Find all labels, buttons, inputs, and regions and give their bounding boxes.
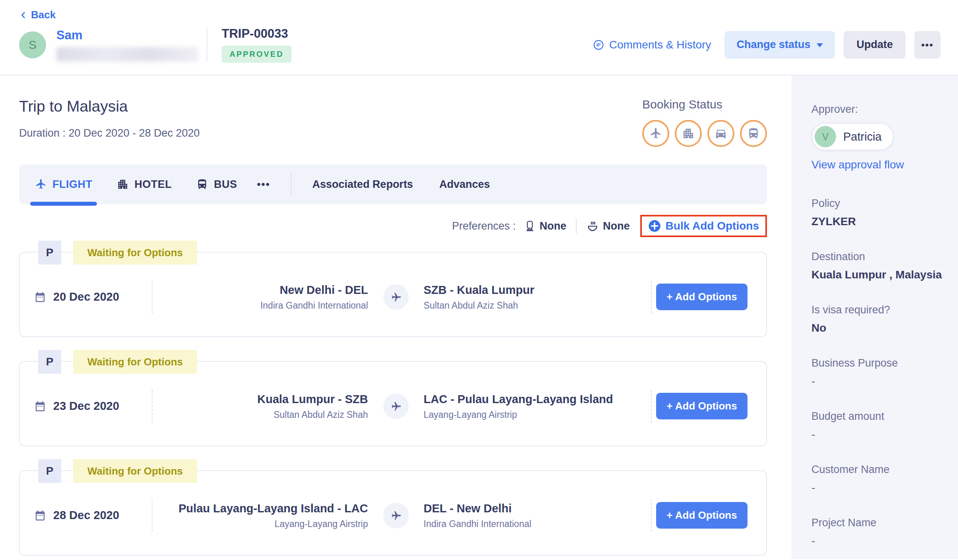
tab-advances[interactable]: Advances xyxy=(439,178,490,191)
chevron-left-icon xyxy=(19,11,28,19)
comment-icon xyxy=(593,39,605,51)
approver-label: Approver: xyxy=(811,103,946,116)
status-badge: Waiting for Options xyxy=(73,459,197,483)
bus-icon xyxy=(196,178,208,190)
status-badge: Waiting for Options xyxy=(73,350,197,374)
field-label: Project Name xyxy=(811,517,946,529)
add-options-button[interactable]: + Add Options xyxy=(656,393,747,419)
destination-airport: Sultan Abdul Aziz Shah xyxy=(424,300,639,311)
hotel-icon xyxy=(117,178,129,190)
destination-city: SZB - Kuala Lumpur xyxy=(424,283,639,297)
booking-hotel-status[interactable] xyxy=(675,120,702,147)
calendar-icon xyxy=(34,400,46,412)
user-name[interactable]: Sam xyxy=(56,28,204,42)
change-status-button[interactable]: Change status xyxy=(724,31,835,59)
plus-circle-icon xyxy=(648,220,661,232)
update-button[interactable]: Update xyxy=(844,31,906,59)
destination-block: DEL - New Delhi Indira Gandhi Internatio… xyxy=(409,501,651,529)
chevron-down-icon xyxy=(817,43,823,50)
user-email-redacted xyxy=(56,47,198,62)
trip-fields: Policy ZYLKER Destination Kuala Lumpur ,… xyxy=(811,197,946,560)
calendar-icon xyxy=(34,510,46,521)
origin-airport: Layang-Layang Airstrip xyxy=(153,519,368,529)
destination-city: DEL - New Delhi xyxy=(424,501,639,516)
destination-block: LAC - Pulau Layang-Layang Island Layang-… xyxy=(409,392,651,420)
origin-block: Kuala Lumpur - SZB Sultan Abdul Aziz Sha… xyxy=(153,392,383,420)
top-header: Back S Sam TRIP-00033 APPROVED Comments … xyxy=(0,0,958,75)
field-label: Policy xyxy=(811,197,946,210)
flight-direction-icon xyxy=(383,503,409,528)
car-icon xyxy=(715,127,727,140)
comments-history-link[interactable]: Comments & History xyxy=(593,39,711,51)
trip-duration: Duration : 20 Dec 2020 - 28 Dec 2020 xyxy=(19,127,200,139)
status-badge: Waiting for Options xyxy=(73,241,197,265)
field-value: - xyxy=(811,535,946,547)
bulk-add-options-button[interactable]: Bulk Add Options xyxy=(648,220,759,232)
field-label: Customer Name xyxy=(811,463,946,476)
tab-bus[interactable]: BUS xyxy=(196,164,237,204)
header-divider xyxy=(207,27,207,62)
travel-date: 28 Dec 2020 xyxy=(53,509,119,522)
trip-field: Project Name - xyxy=(811,517,946,547)
seat-preference-value: None xyxy=(540,220,567,232)
trip-details-sidebar: Approver: V Patricia View approval flow … xyxy=(792,75,958,559)
itinerary-card: P Waiting for Options 23 Dec 2020 Kuala … xyxy=(19,361,767,446)
tab-hotel[interactable]: HOTEL xyxy=(117,164,172,204)
origin-city: Kuala Lumpur - SZB xyxy=(153,392,368,406)
field-label: Budget amount xyxy=(811,410,946,423)
meal-icon xyxy=(586,220,599,232)
module-tabbar: FLIGHT HOTEL BUS ••• Associated Reports … xyxy=(19,164,767,204)
field-label: Business Purpose xyxy=(811,357,946,369)
approver-avatar: V xyxy=(815,126,836,147)
trip-id-block: TRIP-00033 APPROVED xyxy=(222,27,292,63)
tab-flight[interactable]: FLIGHT xyxy=(35,164,92,204)
itinerary-list: P Waiting for Options 20 Dec 2020 New De… xyxy=(19,252,767,556)
field-value: No xyxy=(811,322,946,334)
booking-flight-status[interactable] xyxy=(642,120,669,147)
booking-status-label: Booking Status xyxy=(642,98,767,111)
back-button[interactable]: Back xyxy=(19,9,56,21)
field-label: Destination xyxy=(811,251,946,263)
tab-divider xyxy=(291,172,292,197)
flight-icon xyxy=(35,178,47,190)
field-value: - xyxy=(811,428,946,441)
tab-associated-reports[interactable]: Associated Reports xyxy=(312,178,413,191)
origin-block: New Delhi - DEL Indira Gandhi Internatio… xyxy=(153,283,383,311)
booking-car-status[interactable] xyxy=(707,120,734,147)
seat-icon xyxy=(524,220,536,232)
booking-bus-status[interactable] xyxy=(740,120,767,147)
approver-pill[interactable]: V Patricia xyxy=(811,123,894,151)
destination-airport: Layang-Layang Airstrip xyxy=(424,409,639,420)
view-approval-flow-link[interactable]: View approval flow xyxy=(811,158,946,171)
itinerary-card: P Waiting for Options 28 Dec 2020 Pulau … xyxy=(19,470,767,556)
trip-field: Is visa required? No xyxy=(811,304,946,334)
field-value: - xyxy=(811,481,946,494)
field-label: Is visa required? xyxy=(811,304,946,316)
hotel-icon xyxy=(682,127,695,140)
destination-airport: Indira Gandhi International xyxy=(424,519,639,529)
trip-field: Destination Kuala Lumpur , Malaysia xyxy=(811,251,946,281)
trip-field: Business Purpose - xyxy=(811,357,946,388)
travel-date: 23 Dec 2020 xyxy=(53,400,119,413)
preferences-label: Preferences : xyxy=(452,220,516,232)
travel-date: 20 Dec 2020 xyxy=(53,290,119,303)
preference-badge: P xyxy=(38,459,61,483)
add-options-button[interactable]: + Add Options xyxy=(656,502,747,529)
trip-id: TRIP-00033 xyxy=(222,27,292,41)
destination-city: LAC - Pulau Layang-Layang Island xyxy=(424,392,639,406)
preference-badge: P xyxy=(38,241,61,265)
origin-city: New Delhi - DEL xyxy=(153,283,368,297)
flight-direction-icon xyxy=(383,284,409,310)
trip-field: Budget amount - xyxy=(811,410,946,441)
main-content: Trip to Malaysia Duration : 20 Dec 2020 … xyxy=(0,75,792,559)
more-actions-button[interactable]: ••• xyxy=(914,31,941,59)
approved-status-badge: APPROVED xyxy=(222,46,292,63)
trip-field: Customer Name - xyxy=(811,463,946,494)
preferences-divider xyxy=(576,218,577,234)
tabs-more-button[interactable]: ••• xyxy=(257,178,270,191)
origin-city: Pulau Layang-Layang Island - LAC xyxy=(153,501,368,516)
booking-status-block: Booking Status xyxy=(642,98,767,147)
preference-badge: P xyxy=(38,350,61,374)
user-avatar: S xyxy=(19,31,46,58)
add-options-button[interactable]: + Add Options xyxy=(656,284,747,310)
